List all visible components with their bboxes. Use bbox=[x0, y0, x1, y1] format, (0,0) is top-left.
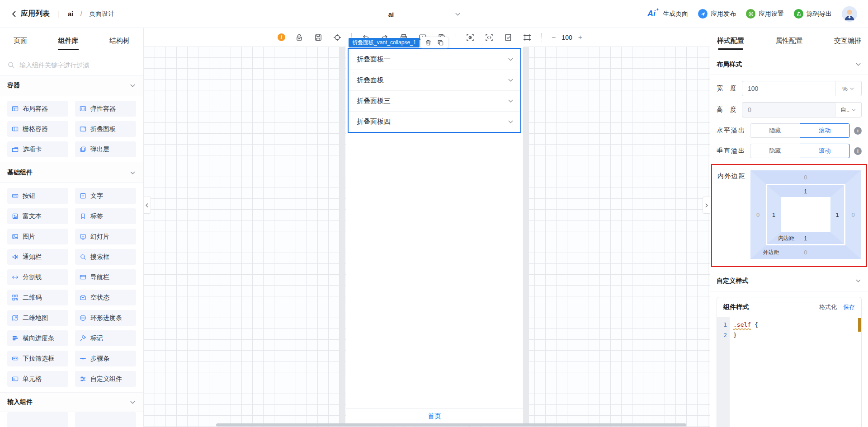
component-item[interactable]: 通知栏 bbox=[7, 249, 68, 265]
delete-icon[interactable] bbox=[425, 39, 432, 46]
width-unit-select[interactable]: % bbox=[835, 81, 862, 96]
component-item[interactable]: 栅格容器 bbox=[7, 121, 68, 137]
component-item[interactable]: 图片 bbox=[7, 229, 68, 244]
overflow-option-隐藏[interactable]: 隐藏 bbox=[750, 144, 800, 158]
height-unit-select[interactable]: 自.. bbox=[835, 102, 862, 117]
component-item[interactable]: 弹出层 bbox=[75, 141, 136, 157]
unlock-icon[interactable] bbox=[295, 33, 303, 42]
zoom-out-button[interactable]: − bbox=[552, 34, 556, 41]
component-item-partial bbox=[75, 412, 136, 427]
user-avatar[interactable] bbox=[842, 6, 857, 22]
component-item[interactable]: 横向进度条 bbox=[7, 330, 68, 346]
editor-code[interactable]: .self { } bbox=[730, 317, 861, 427]
overflow-option-隐藏[interactable]: 隐藏 bbox=[750, 123, 800, 138]
zoom-control: − 100 + bbox=[552, 34, 582, 41]
design-canvas[interactable]: i − 100 + 首页 折叠面板一 折叠面板二 折叠面板三 折叠面板四 折叠面… bbox=[144, 28, 710, 427]
info-icon[interactable]: i bbox=[854, 127, 862, 135]
component-item[interactable]: 布局容器 bbox=[7, 101, 68, 117]
component-style-title: 组件样式 bbox=[723, 303, 749, 311]
header-action-1[interactable]: 应用发布 bbox=[698, 9, 736, 19]
component-item[interactable]: 搜索框 bbox=[75, 249, 136, 265]
frame-icon[interactable] bbox=[523, 33, 531, 42]
header-action-label: 应用设置 bbox=[759, 10, 784, 18]
component-item[interactable]: 标记 bbox=[75, 330, 136, 346]
doc-check-icon[interactable] bbox=[504, 33, 512, 42]
editor-line-numbers: 1 2 bbox=[717, 317, 730, 427]
sidebar-tab-页面[interactable]: 页面 bbox=[12, 29, 29, 53]
component-item[interactable]: 弹性容器 bbox=[75, 101, 136, 117]
target-icon[interactable] bbox=[333, 33, 341, 42]
back-button[interactable]: 应用列表 bbox=[11, 9, 50, 19]
component-item[interactable]: BTN 按钮 bbox=[7, 188, 68, 204]
page-right-scrollbar[interactable] bbox=[523, 47, 529, 423]
inspector-tab-交互编排[interactable]: 交互编排 bbox=[833, 29, 862, 53]
component-item[interactable]: 下拉筛选框 bbox=[7, 351, 68, 366]
inspector-tab-属性配置[interactable]: 属性配置 bbox=[775, 29, 804, 53]
section-header[interactable]: 容器 bbox=[0, 75, 143, 95]
component-item[interactable]: 单元格 bbox=[7, 371, 68, 387]
duplicate-icon[interactable] bbox=[437, 39, 444, 46]
component-item[interactable]: 富文本 bbox=[7, 208, 68, 224]
component-item[interactable]: 折叠面板 bbox=[75, 121, 136, 137]
sidebar-tab-结构树[interactable]: 结构树 bbox=[108, 29, 132, 53]
component-item[interactable]: 二维地图 bbox=[7, 310, 68, 326]
info-icon[interactable]: i bbox=[854, 147, 862, 155]
custom-style-section-header[interactable]: 自定义样式 bbox=[710, 271, 868, 291]
overflow-option-滚动[interactable]: 滚动 bbox=[800, 123, 850, 138]
inspector-tab-样式配置[interactable]: 样式配置 bbox=[716, 29, 745, 53]
info-icon[interactable]: i bbox=[278, 33, 285, 41]
component-item[interactable]: 导航栏 bbox=[75, 269, 136, 285]
canvas-horizontal-scrollbar[interactable] bbox=[216, 423, 686, 427]
tabbar-home-link[interactable]: 首页 bbox=[428, 412, 441, 421]
component-item[interactable]: T 文字 bbox=[75, 188, 136, 204]
page-select-dropdown[interactable]: ai bbox=[316, 0, 466, 28]
slideshow-icon bbox=[80, 233, 86, 240]
component-item[interactable]: 自定义组件 bbox=[75, 371, 136, 387]
overflow-option-滚动[interactable]: 滚动 bbox=[800, 144, 850, 158]
section-header[interactable]: 输入组件 bbox=[0, 392, 143, 412]
collapse-sidebar-toggle[interactable] bbox=[144, 197, 151, 214]
header-action-3[interactable]: 源码导出 bbox=[794, 9, 832, 19]
format-button[interactable]: 格式化 bbox=[819, 303, 837, 311]
collapse-panel-item[interactable]: 折叠面板四 bbox=[349, 111, 520, 132]
padding-bottom-value[interactable]: 1 bbox=[750, 232, 861, 244]
width-input[interactable] bbox=[742, 81, 835, 96]
preview-icon[interactable] bbox=[466, 33, 474, 42]
collapse-inspector-toggle[interactable] bbox=[703, 197, 710, 214]
component-item[interactable]: 选项卡 bbox=[7, 141, 68, 157]
component-item[interactable]: 二维码 bbox=[7, 290, 68, 305]
component-item[interactable]: 步骤条 bbox=[75, 351, 136, 366]
height-input[interactable] bbox=[742, 102, 835, 117]
component-item[interactable]: 幻灯片 bbox=[75, 229, 136, 244]
sidebar-tab-组件库[interactable]: 组件库 bbox=[57, 29, 80, 53]
component-item[interactable]: 100% 环形进度条 bbox=[75, 310, 136, 326]
component-search-row bbox=[0, 54, 143, 76]
collapse-panel-item[interactable]: 折叠面板一 bbox=[349, 49, 520, 70]
css-code-editor[interactable]: 1 2 .self { } bbox=[717, 317, 861, 427]
layout-style-section-header[interactable]: 布局样式 bbox=[710, 54, 868, 75]
header-action-2[interactable]: 应用设置 bbox=[746, 9, 784, 19]
component-item[interactable]: 空状态 bbox=[75, 290, 136, 305]
collapse-panel-item[interactable]: 折叠面板二 bbox=[349, 70, 520, 90]
collapse-panel-item[interactable]: 折叠面板三 bbox=[349, 90, 520, 111]
selected-collapse-component[interactable]: 折叠面板一 折叠面板二 折叠面板三 折叠面板四 bbox=[348, 48, 521, 133]
selection-toolbar bbox=[420, 37, 448, 48]
style-inspector: 样式配置属性配置交互编排 布局样式 宽度 % 高度 自.. bbox=[710, 28, 868, 427]
svg-text:T: T bbox=[82, 194, 84, 198]
code-icon[interactable] bbox=[485, 33, 493, 42]
section-header[interactable]: 基础组件 bbox=[0, 163, 143, 183]
zoom-in-button[interactable]: + bbox=[578, 34, 582, 41]
overflow-x-label: 水平溢出 bbox=[717, 127, 745, 135]
searchbox-icon bbox=[80, 253, 86, 260]
grid-container-icon bbox=[12, 126, 19, 132]
save-icon[interactable] bbox=[314, 33, 322, 42]
chevron-down-icon bbox=[507, 56, 514, 63]
component-item[interactable]: 分割线 bbox=[7, 269, 68, 285]
app-header: 应用列表 | ai / 页面设计 ai Ai 生成页面 应用发布 应用设置 源码… bbox=[0, 0, 868, 28]
breadcrumb-app: ai bbox=[68, 10, 74, 18]
save-button[interactable]: 保存 bbox=[843, 303, 855, 311]
component-search-input[interactable] bbox=[19, 61, 136, 69]
search-icon bbox=[7, 61, 15, 69]
header-action-0[interactable]: Ai 生成页面 bbox=[647, 9, 688, 19]
component-item[interactable]: 标签 bbox=[75, 208, 136, 224]
